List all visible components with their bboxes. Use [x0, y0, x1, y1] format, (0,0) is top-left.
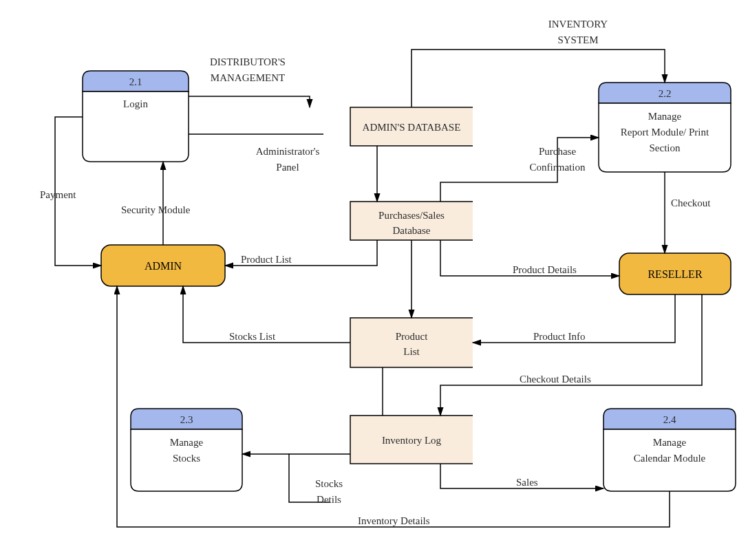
- entity-admin-label: ADMIN: [145, 260, 182, 272]
- process-report-label-3: Section: [650, 142, 681, 153]
- process-login: 2.1 Login: [83, 71, 189, 162]
- process-stocks: 2.3 Manage Stocks: [131, 409, 242, 491]
- datastore-purchases-sales: Purchases/Sales Database: [350, 202, 473, 240]
- process-calendar-number: 2.4: [663, 414, 676, 425]
- datastore-pl-label-1: Product: [396, 331, 428, 342]
- flow-ps-up: [440, 182, 473, 202]
- header-inventory-2: SYSTEM: [557, 34, 598, 45]
- svg-rect-2: [350, 318, 473, 367]
- entity-reseller-label: RESELLER: [648, 268, 702, 280]
- datastore-product-list: Product List: [350, 318, 473, 367]
- datastore-ps-label-1: Purchases/Sales: [378, 210, 445, 221]
- datastore-pl-label-2: List: [403, 346, 420, 357]
- label-payment: Payment: [40, 189, 76, 200]
- label-stocks-list: Stocks List: [229, 331, 276, 342]
- process-stocks-number: 2.3: [180, 414, 193, 425]
- label-product-details: Product Details: [513, 264, 577, 275]
- datastore-inventory-log: Inventory Log: [350, 416, 473, 464]
- process-report-label-2: Report Module/ Print: [621, 127, 709, 138]
- process-report: 2.2 Manage Report Module/ Print Section: [599, 83, 731, 172]
- process-calendar-label-1: Manage: [653, 437, 687, 448]
- process-report-label-1: Manage: [648, 111, 682, 122]
- label-stocks-det-2: Detils: [317, 494, 341, 505]
- datastore-inv-log-label: Inventory Log: [382, 435, 442, 446]
- flow-checkout-details: [440, 294, 702, 416]
- flow-adminsdb-up: [412, 50, 473, 107]
- process-stocks-label-2: Stocks: [173, 453, 200, 464]
- flow-login-to-adminsdb: [189, 96, 310, 107]
- label-admin-panel-2: Panel: [276, 162, 299, 173]
- process-login-number: 2.1: [129, 76, 142, 87]
- label-inv-details: Inventory Details: [358, 515, 430, 526]
- flow-purchase-conf: [473, 138, 599, 182]
- label-product-info: Product Info: [533, 331, 585, 342]
- label-purch-conf-2: Confirmation: [530, 162, 586, 173]
- process-calendar-label-2: Calendar Module: [634, 453, 706, 464]
- header-distributors-1: DISTRIBUTOR'S: [210, 56, 286, 67]
- label-checkout: Checkout: [671, 197, 711, 208]
- process-calendar: 2.4 Manage Calendar Module: [603, 409, 736, 491]
- datastore-admins-db-label: ADMIN'S DATABASE: [363, 122, 461, 133]
- process-stocks-label-1: Manage: [170, 437, 204, 448]
- label-checkout-details: Checkout Details: [520, 374, 591, 385]
- header-distributors-2: MANAGEMENT: [211, 72, 285, 83]
- label-sales: Sales: [516, 477, 538, 488]
- label-stocks-det-1: Stocks: [315, 478, 343, 489]
- dfd-diagram: 2.1 Login 2.2 Manage Report Module/ Prin…: [0, 0, 748, 560]
- label-security: Security Module: [121, 204, 191, 215]
- label-admin-panel-1: Administrator's: [256, 146, 320, 157]
- process-report-number: 2.2: [659, 88, 672, 99]
- label-purch-conf-1: Purchase: [539, 146, 576, 157]
- datastore-admins-db: ADMIN'S DATABASE: [350, 107, 473, 146]
- process-login-label: Login: [123, 98, 148, 109]
- header-inventory-1: INVENTORY: [548, 19, 608, 30]
- label-product-list: Product List: [241, 254, 292, 265]
- datastore-ps-label-2: Database: [393, 225, 431, 236]
- flow-inventory-to-report: [473, 50, 665, 83]
